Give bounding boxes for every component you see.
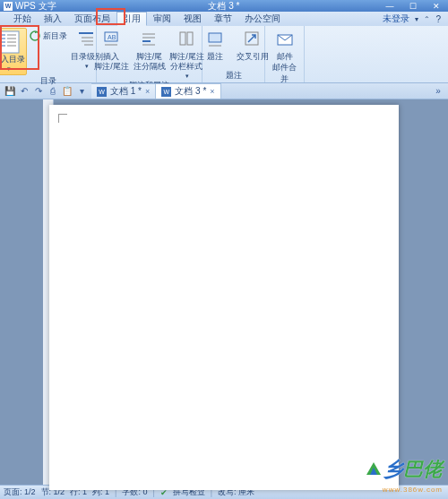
svg-text:AB: AB (108, 34, 116, 40)
mail-merge-button[interactable]: 邮件 (267, 28, 303, 62)
caption-icon (203, 28, 227, 51)
crossref-icon (241, 28, 264, 51)
tab-view[interactable]: 视图 (177, 12, 208, 26)
svg-rect-23 (209, 33, 221, 42)
watermark-url: www.386w.com (383, 486, 443, 494)
doc-icon: W (161, 87, 171, 97)
workspace (0, 99, 448, 485)
close-button[interactable]: ✕ (425, 0, 448, 12)
tab-sections[interactable]: 章节 (208, 12, 238, 26)
toc-icon (0, 30, 21, 54)
qat-paste-icon[interactable]: 📋 (61, 85, 73, 98)
mail-icon (273, 28, 297, 51)
tab-references[interactable]: 引用 (116, 12, 147, 26)
maximize-button[interactable]: ☐ (401, 0, 425, 12)
document-page[interactable] (49, 105, 399, 490)
separator-icon (138, 28, 161, 51)
ribbon-group-footnotes: AB 插入 脚注/尾注 脚注/尾 注分隔线 脚注/尾注 分栏样式 ▾ 脚注和尾注 (97, 26, 202, 82)
close-tab-icon[interactable]: × (145, 87, 150, 96)
quick-access-toolbar: 💾 ↶ ↷ ⎙ 📋 ▾ (0, 83, 91, 99)
close-tab-icon[interactable]: × (210, 87, 214, 96)
tab-review[interactable]: 审阅 (147, 12, 177, 26)
group-label-caption: 题注 (226, 70, 242, 82)
svg-rect-22 (187, 32, 193, 45)
qat-save-icon[interactable]: 💾 (4, 85, 16, 98)
help-icon[interactable]: ? (435, 14, 441, 24)
doc-tab-label: 文档 3 * (175, 85, 206, 98)
watermark-logo: 乡巴佬 (364, 456, 443, 483)
caption-button[interactable]: 题注 (197, 28, 233, 62)
login-status[interactable]: 未登录 (383, 13, 409, 25)
update-toc-button[interactable]: 新目录 (29, 30, 67, 42)
title-bar: W WPS 文字 文档 3 * — ☐ ✕ (0, 0, 448, 12)
svg-rect-21 (180, 32, 185, 45)
minimize-button[interactable]: — (378, 0, 401, 12)
qat-redo-icon[interactable]: ↷ (32, 85, 45, 98)
status-page[interactable]: 页面: 1/2 (4, 486, 36, 498)
footnote-separator-button[interactable]: 脚注/尾 注分隔线 (132, 28, 168, 80)
doc-tab-1[interactable]: W 文档 1 * × (91, 83, 156, 99)
tab-home[interactable]: 开始 (7, 12, 38, 26)
doc-tab-2[interactable]: W 文档 3 * × (156, 83, 220, 99)
dropdown-icon: ▾ (85, 63, 89, 70)
ribbon-group-toc: 插入目录 ▾ 新目录 目录级别 ▾ 目录 (0, 26, 97, 82)
ribbon-tabs: 开始 插入 页面布局 引用 审阅 视图 章节 办公空间 未登录 ▾ ⌃ ? (0, 12, 448, 26)
app-name: WPS 文字 (15, 0, 56, 13)
dropdown-icon: ▾ (7, 65, 11, 73)
ribbon-group-mail: 邮件 邮件合并 (265, 26, 305, 82)
dropdown-icon: ▾ (185, 73, 189, 80)
ribbon-group-caption: 题注 交叉引用 题注 (202, 26, 265, 82)
insert-footnote-button[interactable]: AB 插入 脚注/尾注 (94, 28, 130, 80)
doc-tab-label: 文档 1 * (110, 85, 142, 98)
document-tab-bar: 💾 ↶ ↷ ⎙ 📋 ▾ W 文档 1 * × W 文档 3 * × » (0, 83, 448, 99)
login-dropdown-icon[interactable]: ▾ (415, 15, 418, 23)
options-icon (176, 28, 199, 51)
tab-insert[interactable]: 插入 (38, 12, 68, 26)
group-label-mail: 邮件合并 (269, 62, 300, 86)
tab-overflow-icon[interactable]: » (432, 85, 444, 98)
qat-undo-icon[interactable]: ↶ (18, 85, 30, 98)
doc-icon: W (97, 87, 107, 97)
minimize-ribbon-icon[interactable]: ⌃ (424, 15, 430, 23)
refresh-icon (29, 30, 41, 42)
qat-print-icon[interactable]: ⎙ (47, 85, 59, 98)
insert-toc-label: 插入目录 (0, 55, 25, 65)
qat-more-icon[interactable]: ▾ (75, 85, 88, 98)
app-icon: W (4, 2, 13, 11)
footnote-icon: AB (100, 28, 124, 51)
margin-marker (58, 114, 67, 123)
tab-workspace[interactable]: 办公空间 (238, 12, 287, 26)
tab-page-layout[interactable]: 页面布局 (68, 12, 116, 26)
logo-icon (364, 459, 383, 478)
insert-toc-button[interactable]: 插入目录 ▾ (0, 28, 27, 75)
document-title: 文档 3 * (208, 0, 239, 13)
ribbon: 插入目录 ▾ 新目录 目录级别 ▾ 目录 AB (0, 26, 448, 83)
